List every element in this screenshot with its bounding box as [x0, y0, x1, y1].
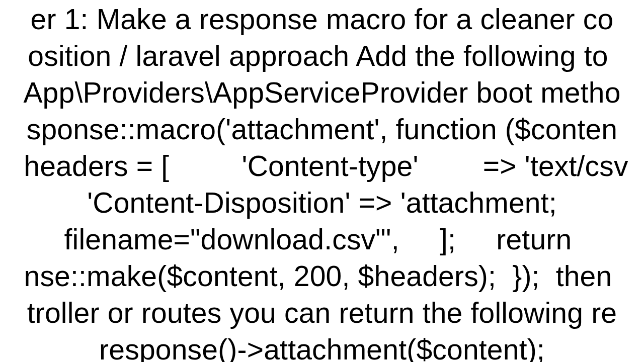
document-text: er 1: Make a response macro for a cleane… [0, 1, 644, 362]
